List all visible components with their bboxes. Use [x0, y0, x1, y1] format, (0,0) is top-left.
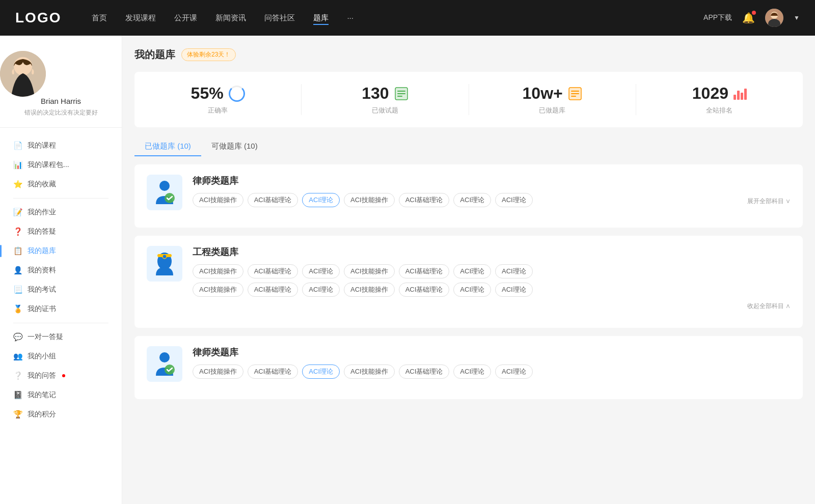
sidebar-item-certificate[interactable]: 🏅 我的证书	[5, 299, 117, 319]
certificate-icon: 🏅	[13, 304, 22, 314]
tag-0-5[interactable]: ACI理论	[453, 193, 491, 207]
main-wrapper: Brian Harris 错误的决定比没有决定要好 📄 我的课程 📊 我的课程包…	[0, 36, 815, 504]
qbank-card-1: 工程类题库 ACI技能操作 ACI基础理论 ACI理论 ACI技能操作 ACI基…	[134, 236, 803, 328]
tag-2-3[interactable]: ACI技能操作	[344, 365, 395, 379]
qbank-content-2: 律师类题库 ACI技能操作 ACI基础理论 ACI理论 ACI技能操作 ACI基…	[193, 346, 791, 379]
stat-questions: 130 已做试题	[302, 84, 469, 115]
collapse-link-1[interactable]: 收起全部科目 ∧	[747, 300, 791, 310]
tag-1-3[interactable]: ACI技能操作	[344, 264, 395, 278]
nav-qa[interactable]: 问答社区	[264, 11, 295, 25]
tag-0-2[interactable]: ACI理论	[302, 193, 340, 207]
sidebar-avatar	[0, 51, 46, 97]
tag-2-6[interactable]: ACI理论	[495, 365, 533, 379]
exam-icon: 📃	[13, 285, 22, 294]
tag-1-1[interactable]: ACI基础理论	[248, 264, 298, 278]
sidebar-item-my-qa[interactable]: ❔ 我的问答	[5, 366, 117, 385]
notes-icon: 📓	[13, 390, 22, 400]
qa-notification-dot	[62, 374, 65, 377]
tag-1-5[interactable]: ACI理论	[453, 264, 491, 278]
tab-done[interactable]: 已做题库 (10)	[134, 137, 201, 156]
notification-bell[interactable]: 🔔	[742, 12, 755, 24]
tag-2-4[interactable]: ACI基础理论	[399, 365, 450, 379]
sidebar-profile: Brian Harris 错误的决定比没有决定要好	[0, 51, 122, 128]
tag-1r2-1[interactable]: ACI基础理论	[248, 283, 298, 297]
sidebar-divider-1	[13, 198, 108, 199]
tag-1-0[interactable]: ACI技能操作	[193, 264, 243, 278]
qbank-icon-engineer	[147, 246, 182, 282]
sidebar-item-favorites[interactable]: ⭐ 我的收藏	[5, 175, 117, 194]
expand-link-0[interactable]: 展开全部科目 ∨	[747, 195, 791, 206]
tab-available[interactable]: 可做题库 (10)	[201, 137, 268, 156]
tag-0-4[interactable]: ACI基础理论	[399, 193, 450, 207]
nav-qbank[interactable]: 题库	[313, 11, 329, 25]
stat-banks-label: 已做题库	[469, 106, 636, 115]
sidebar-bio: 错误的决定比没有决定要好	[0, 108, 122, 117]
avatar-dropdown-icon[interactable]: ▼	[794, 14, 800, 21]
sidebar-item-homework[interactable]: 📝 我的作业	[5, 203, 117, 222]
sidebar-item-courses[interactable]: 📄 我的课程	[5, 136, 117, 155]
sidebar-item-exam[interactable]: 📃 我的考试	[5, 280, 117, 299]
questions-icon	[394, 87, 409, 101]
qbank-tags-1-row1: ACI技能操作 ACI基础理论 ACI理论 ACI技能操作 ACI基础理论 AC…	[193, 264, 791, 278]
stat-banks: 10w+ 已做题库	[469, 84, 636, 115]
tag-1-4[interactable]: ACI基础理论	[399, 264, 450, 278]
1on1-icon: 💬	[13, 332, 22, 342]
stat-ranking: 1029 全站排名	[636, 84, 803, 115]
sidebar: Brian Harris 错误的决定比没有决定要好 📄 我的课程 📊 我的课程包…	[0, 36, 122, 504]
tag-0-0[interactable]: ACI技能操作	[193, 193, 243, 207]
qbank-header-2: 律师类题库 ACI技能操作 ACI基础理论 ACI理论 ACI技能操作 ACI基…	[147, 346, 791, 382]
sidebar-item-groups[interactable]: 👥 我的小组	[5, 347, 117, 366]
nav-home[interactable]: 首页	[92, 11, 107, 25]
main-content: 我的题库 体验剩余23天！ 55% 正确率 130	[122, 36, 815, 504]
sidebar-item-course-packages[interactable]: 📊 我的课程包...	[5, 155, 117, 175]
user-avatar[interactable]	[765, 9, 783, 27]
qbank-content-0: 律师类题库 ACI技能操作 ACI基础理论 ACI理论 ACI技能操作 ACI基…	[193, 175, 791, 207]
sidebar-item-points[interactable]: 🏆 我的积分	[5, 405, 117, 424]
nav-open-course[interactable]: 公开课	[174, 11, 197, 25]
nav-news[interactable]: 新闻资讯	[215, 11, 246, 25]
svg-point-15	[159, 181, 170, 191]
svg-point-20	[159, 352, 170, 362]
qbank-content-1: 工程类题库 ACI技能操作 ACI基础理论 ACI理论 ACI技能操作 ACI基…	[193, 246, 791, 311]
ranking-icon	[734, 88, 747, 100]
banks-icon	[568, 87, 582, 101]
stat-banks-top: 10w+	[469, 84, 636, 103]
logo[interactable]: LOGO	[15, 10, 61, 26]
tag-1-6[interactable]: ACI理论	[495, 264, 533, 278]
tag-2-0[interactable]: ACI技能操作	[193, 365, 243, 379]
nav-more[interactable]: ···	[347, 11, 354, 25]
page-header: 我的题库 体验剩余23天！	[134, 48, 803, 62]
tag-2-1[interactable]: ACI基础理论	[248, 365, 298, 379]
groups-icon: 👥	[13, 352, 22, 361]
tag-1r2-0[interactable]: ACI技能操作	[193, 283, 243, 297]
tag-1r2-3[interactable]: ACI技能操作	[344, 283, 395, 297]
qbank-card-0: 律师类题库 ACI技能操作 ACI基础理论 ACI理论 ACI技能操作 ACI基…	[134, 164, 803, 228]
sidebar-item-1on1-qa[interactable]: 💬 一对一答疑	[5, 327, 117, 347]
nav-menu: 首页 发现课程 公开课 新闻资讯 问答社区 题库 ···	[92, 11, 703, 25]
tag-0-3[interactable]: ACI技能操作	[344, 193, 395, 207]
tag-0-1[interactable]: ACI基础理论	[248, 193, 298, 207]
qbank-tags-0: ACI技能操作 ACI基础理论 ACI理论 ACI技能操作 ACI基础理论 AC…	[193, 193, 791, 207]
tag-1r2-6[interactable]: ACI理论	[495, 283, 533, 297]
tag-0-6[interactable]: ACI理论	[495, 193, 533, 207]
tag-2-2[interactable]: ACI理论	[302, 365, 340, 379]
tag-1r2-5[interactable]: ACI理论	[453, 283, 491, 297]
profile-icon: 👤	[13, 266, 22, 275]
qbank-title-1: 工程类题库	[193, 246, 791, 258]
tag-2-5[interactable]: ACI理论	[453, 365, 491, 379]
app-download-btn[interactable]: APP下载	[703, 13, 732, 22]
tag-1-2[interactable]: ACI理论	[302, 264, 340, 278]
tag-1r2-2[interactable]: ACI理论	[302, 283, 340, 297]
stat-questions-top: 130	[302, 84, 468, 103]
sidebar-item-profile[interactable]: 👤 我的资料	[5, 261, 117, 280]
navbar-right: APP下载 🔔 ▼	[703, 9, 800, 27]
stat-accuracy-top: 55%	[134, 84, 301, 103]
nav-discover[interactable]: 发现课程	[125, 11, 156, 25]
tag-1r2-4[interactable]: ACI基础理论	[399, 283, 450, 297]
sidebar-item-notes[interactable]: 📓 我的笔记	[5, 385, 117, 405]
qbank-header-0: 律师类题库 ACI技能操作 ACI基础理论 ACI理论 ACI技能操作 ACI基…	[147, 175, 791, 210]
qbank-card-2: 律师类题库 ACI技能操作 ACI基础理论 ACI理论 ACI技能操作 ACI基…	[134, 336, 803, 399]
sidebar-item-qbank[interactable]: 📋 我的题库	[5, 241, 117, 261]
homework-icon: 📝	[13, 208, 22, 217]
sidebar-item-qa[interactable]: ❓ 我的答疑	[5, 222, 117, 241]
